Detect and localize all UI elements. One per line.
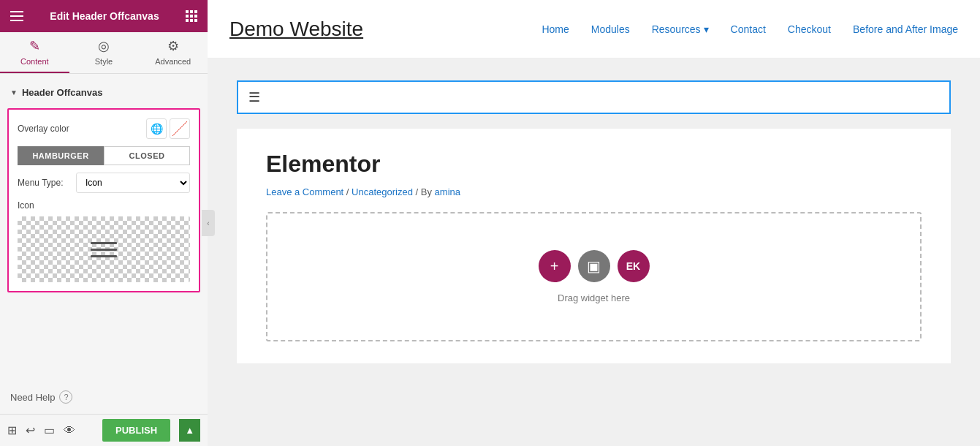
color-swatch[interactable]: [170, 118, 190, 139]
meta-sep1: /: [346, 186, 349, 197]
category-link[interactable]: Uncategorized: [352, 186, 413, 197]
right-panel: Demo Website Home Modules Resources ▾ Co…: [208, 0, 980, 446]
drop-zone-text: Drag widget here: [558, 292, 630, 303]
icon-preview: [18, 216, 190, 282]
panel-title: Edit Header Offcanvas: [50, 10, 159, 22]
drop-zone-buttons: + ▣ EK: [539, 250, 650, 282]
article-title: Elementor: [266, 151, 922, 178]
page-content: ☰ Elementor Leave a Comment / Uncategori…: [208, 58, 980, 446]
publish-button[interactable]: PUBLISH: [102, 419, 170, 442]
tab-advanced-label: Advanced: [155, 57, 191, 66]
style-tab-icon: ◎: [98, 38, 110, 54]
top-bar: Edit Header Offcanvas: [0, 0, 208, 32]
menu-type-row: Menu Type: Icon Button Text: [18, 173, 190, 193]
tab-content-label: Content: [20, 57, 49, 66]
toggle-group: HAMBURGER CLOSED: [18, 146, 190, 165]
site-title: Demo Website: [229, 18, 363, 41]
tab-advanced[interactable]: ⚙ Advanced: [138, 32, 208, 73]
publish-arrow-button[interactable]: ▲: [179, 419, 200, 442]
nav-link-modules[interactable]: Modules: [591, 23, 630, 35]
color-controls: 🌐: [146, 118, 190, 139]
icon-field-label: Icon: [18, 200, 190, 211]
eye-icon[interactable]: 👁: [64, 424, 75, 437]
history-icon[interactable]: ↩: [26, 423, 35, 437]
tab-style[interactable]: ◎ Style: [69, 32, 139, 73]
panel-content: ▼ Header Offcanvas Overlay color 🌐 HAMBU…: [0, 74, 208, 380]
menu-type-label: Menu Type:: [18, 178, 76, 188]
nav-link-contact[interactable]: Contact: [731, 23, 766, 35]
grid-icon[interactable]: [186, 10, 197, 22]
bottom-toolbar: ⊞ ↩ ▭ 👁 PUBLISH ▲: [0, 414, 208, 446]
tabs: ✎ Content ◎ Style ⚙ Advanced: [0, 32, 208, 74]
overlay-color-label: Overlay color: [18, 124, 69, 134]
tab-content[interactable]: ✎ Content: [0, 32, 69, 73]
advanced-tab-icon: ⚙: [167, 38, 179, 54]
leave-comment-link[interactable]: Leave a Comment: [266, 186, 343, 197]
tab-style-label: Style: [95, 57, 113, 66]
hamburger-widget-icon: ☰: [248, 89, 260, 105]
content-tab-icon: ✎: [29, 38, 40, 54]
widget-box: Overlay color 🌐 HAMBURGER CLOSED Menu Ty…: [7, 108, 200, 292]
article-meta: Leave a Comment / Uncategorized / By ami…: [266, 186, 922, 197]
nav-link-home[interactable]: Home: [542, 23, 569, 35]
ek-button[interactable]: EK: [618, 250, 650, 282]
hamburger-widget[interactable]: ☰: [237, 80, 951, 114]
section-header[interactable]: ▼ Header Offcanvas: [0, 81, 208, 104]
collapse-handle[interactable]: ‹: [202, 210, 215, 236]
help-icon: ?: [59, 390, 72, 404]
section-arrow: ▼: [10, 88, 18, 97]
nav-bar: Demo Website Home Modules Resources ▾ Co…: [208, 0, 980, 58]
nav-link-checkout[interactable]: Checkout: [788, 23, 831, 35]
overlay-color-row: Overlay color 🌐: [18, 118, 190, 139]
article-section: Elementor Leave a Comment / Uncategorize…: [237, 129, 951, 363]
nav-link-before-after[interactable]: Before and After Image: [853, 23, 958, 35]
nav-link-resources-label: Resources: [652, 23, 701, 35]
responsive-icon[interactable]: ▭: [44, 423, 55, 437]
meta-sep2: / By: [416, 186, 432, 197]
menu-type-select[interactable]: Icon Button Text: [76, 173, 190, 193]
drop-zone: + ▣ EK Drag widget here: [266, 212, 922, 341]
resources-dropdown-icon: ▾: [704, 23, 709, 35]
closed-toggle[interactable]: CLOSED: [104, 146, 190, 165]
add-widget-button[interactable]: +: [539, 250, 571, 282]
nav-link-resources[interactable]: Resources ▾: [652, 23, 709, 35]
layers-icon[interactable]: ⊞: [7, 423, 17, 437]
globe-button[interactable]: 🌐: [146, 118, 167, 139]
section-title: Header Offcanvas: [22, 87, 103, 98]
hamburger-preview-icon: [91, 242, 117, 257]
left-panel: Edit Header Offcanvas ✎ Content ◎ Style …: [0, 0, 208, 446]
folder-button[interactable]: ▣: [578, 250, 610, 282]
hamburger-toggle[interactable]: HAMBURGER: [18, 146, 104, 165]
need-help[interactable]: Need Help ?: [0, 380, 208, 414]
menu-icon[interactable]: [10, 11, 23, 21]
author-link[interactable]: amina: [435, 186, 460, 197]
need-help-label: Need Help: [10, 392, 55, 403]
